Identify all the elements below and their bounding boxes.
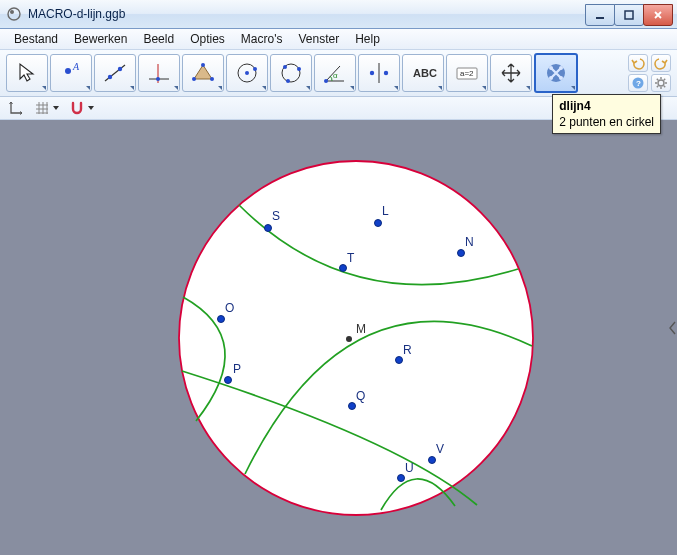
svg-point-57 xyxy=(346,336,352,342)
svg-line-45 xyxy=(664,79,665,80)
svg-point-15 xyxy=(192,77,196,81)
svg-text:L: L xyxy=(382,204,389,218)
svg-point-53 xyxy=(458,250,465,257)
menubar: Bestand Bewerken Beeld Opties Macro's Ve… xyxy=(0,29,677,50)
menu-edit[interactable]: Bewerken xyxy=(66,30,135,48)
svg-marker-12 xyxy=(194,65,212,79)
tool-circle-center[interactable] xyxy=(226,54,268,92)
svg-point-51 xyxy=(340,265,347,272)
tool-reflect[interactable] xyxy=(358,54,400,92)
svg-point-32 xyxy=(549,66,553,70)
tooltip-desc: 2 punten en cirkel xyxy=(559,115,654,129)
settings-button[interactable] xyxy=(651,74,671,92)
svg-point-38 xyxy=(658,80,664,86)
expand-handle[interactable] xyxy=(668,320,677,336)
window-buttons xyxy=(586,4,673,24)
tool-polygon[interactable] xyxy=(182,54,224,92)
toolbar-right: ? xyxy=(628,54,671,92)
svg-point-21 xyxy=(297,67,301,71)
svg-rect-2 xyxy=(596,17,604,19)
svg-point-20 xyxy=(283,65,287,69)
svg-point-26 xyxy=(370,71,374,75)
svg-point-4 xyxy=(65,68,71,74)
svg-text:T: T xyxy=(347,251,355,265)
svg-point-22 xyxy=(286,79,290,83)
tool-perpendicular[interactable] xyxy=(138,54,180,92)
tool-text[interactable]: ABC xyxy=(402,54,444,92)
svg-text:M: M xyxy=(356,322,366,336)
svg-point-13 xyxy=(201,63,205,67)
tool-circle-3points[interactable] xyxy=(270,54,312,92)
titlebar: MACRO-d-lijn.ggb xyxy=(0,0,677,29)
menu-file[interactable]: Bestand xyxy=(6,30,66,48)
menu-macros[interactable]: Macro's xyxy=(233,30,291,48)
tool-custom-dlijn4[interactable] xyxy=(534,53,578,93)
tool-point[interactable]: A xyxy=(50,54,92,92)
svg-point-24 xyxy=(324,79,328,83)
maximize-button[interactable] xyxy=(614,4,644,26)
svg-point-59 xyxy=(225,377,232,384)
menu-view[interactable]: Beeld xyxy=(135,30,182,48)
menu-help[interactable]: Help xyxy=(347,30,388,48)
svg-point-47 xyxy=(265,225,272,232)
close-button[interactable] xyxy=(643,4,673,26)
svg-point-65 xyxy=(398,475,405,482)
help-button[interactable]: ? xyxy=(628,74,648,92)
redo-button[interactable] xyxy=(651,54,671,72)
grid-toggle[interactable] xyxy=(34,100,59,116)
svg-line-46 xyxy=(657,86,658,87)
svg-text:A: A xyxy=(72,61,80,72)
tool-move[interactable] xyxy=(6,54,48,92)
axes-toggle[interactable] xyxy=(8,100,24,116)
canvas-svg: S L T N O M P R Q xyxy=(0,120,677,555)
svg-text:U: U xyxy=(405,461,414,475)
svg-point-18 xyxy=(253,67,257,71)
tool-slider[interactable]: a=2 xyxy=(446,54,488,92)
graphics-view[interactable]: S L T N O M P R Q xyxy=(0,120,677,555)
svg-point-33 xyxy=(559,66,563,70)
svg-point-49 xyxy=(375,220,382,227)
undo-button[interactable] xyxy=(628,54,648,72)
snap-toggle[interactable] xyxy=(69,100,94,116)
svg-text:Q: Q xyxy=(356,389,365,403)
svg-point-17 xyxy=(245,71,249,75)
svg-text:α: α xyxy=(333,71,338,80)
svg-point-1 xyxy=(10,10,14,14)
svg-point-55 xyxy=(218,316,225,323)
main-circle xyxy=(179,161,533,515)
minimize-button[interactable] xyxy=(585,4,615,26)
svg-point-8 xyxy=(118,67,122,71)
svg-text:a=2: a=2 xyxy=(460,69,474,78)
tool-move-view[interactable] xyxy=(490,54,532,92)
svg-point-0 xyxy=(8,8,20,20)
svg-line-43 xyxy=(657,79,658,80)
app-icon xyxy=(6,6,22,22)
svg-point-14 xyxy=(210,77,214,81)
svg-point-11 xyxy=(156,77,160,81)
svg-point-7 xyxy=(108,75,112,79)
svg-text:O: O xyxy=(225,301,234,315)
app-window: MACRO-d-lijn.ggb Bestand Bewerken Beeld … xyxy=(0,0,677,555)
svg-line-44 xyxy=(664,86,665,87)
svg-point-34 xyxy=(549,76,553,80)
svg-text:N: N xyxy=(465,235,474,249)
svg-text:S: S xyxy=(272,209,280,223)
tool-tooltip: dlijn4 2 punten en cirkel xyxy=(552,94,661,134)
svg-text:ABC: ABC xyxy=(413,67,437,79)
svg-point-27 xyxy=(384,71,388,75)
svg-rect-3 xyxy=(625,11,633,19)
tool-angle[interactable]: α xyxy=(314,54,356,92)
menu-window[interactable]: Venster xyxy=(290,30,347,48)
tool-line[interactable] xyxy=(94,54,136,92)
svg-text:R: R xyxy=(403,343,412,357)
toolbar: A α ABC a=2 ? xyxy=(0,50,677,97)
svg-text:?: ? xyxy=(636,79,641,88)
svg-line-6 xyxy=(105,65,125,81)
menu-options[interactable]: Opties xyxy=(182,30,233,48)
svg-point-61 xyxy=(396,357,403,364)
window-title: MACRO-d-lijn.ggb xyxy=(28,7,586,21)
svg-point-67 xyxy=(429,457,436,464)
tooltip-title: dlijn4 xyxy=(559,99,590,113)
svg-text:P: P xyxy=(233,362,241,376)
svg-point-63 xyxy=(349,403,356,410)
